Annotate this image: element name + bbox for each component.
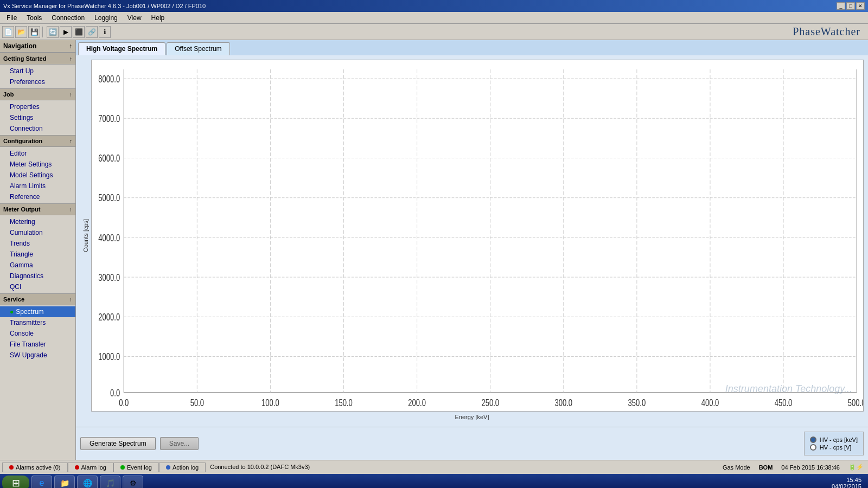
taskbar-settings[interactable]: ⚙: [123, 476, 143, 488]
menubar: File Tools Connection Logging View Help: [0, 12, 868, 24]
nav-gamma[interactable]: Gamma: [0, 260, 75, 271]
section-service-label: Service: [3, 296, 24, 303]
svg-text:450.0: 450.0: [775, 397, 793, 408]
taskbar-folder[interactable]: 📁: [54, 476, 75, 488]
svg-text:250.0: 250.0: [481, 397, 499, 408]
nav-metering[interactable]: Metering: [0, 216, 75, 227]
toolbar-connect[interactable]: 🔗: [86, 26, 98, 38]
nav-cumulation[interactable]: Cumulation: [0, 227, 75, 238]
section-meter-output-label: Meter Output: [3, 206, 40, 213]
nav-transmitters[interactable]: Transmitters: [0, 317, 75, 328]
menu-help[interactable]: Help: [147, 13, 169, 23]
alarm-log-tab[interactable]: Alarm log: [68, 463, 113, 472]
taskbar-media[interactable]: 🎵: [100, 476, 120, 488]
section-meter-output[interactable]: Meter Output ↑: [0, 203, 75, 215]
taskbar-ie[interactable]: e: [31, 476, 52, 488]
titlebar-controls: _ □ ✕: [837, 2, 865, 10]
legend-label-1: HV - cps [keV]: [820, 436, 858, 443]
statusbar-left: Alarms active (0) Alarm log Event log Ac…: [0, 463, 718, 472]
legend-radio-1[interactable]: [810, 436, 816, 443]
nav-meter-settings[interactable]: Meter Settings: [0, 159, 75, 170]
section-meter-output-collapse[interactable]: ↑: [69, 207, 72, 213]
svg-text:4000.0: 4000.0: [98, 232, 120, 243]
taskbar-time: 15:45 04/02/2015: [832, 477, 866, 488]
toolbar-new[interactable]: 📄: [2, 26, 14, 38]
toolbar-refresh[interactable]: 🔄: [47, 26, 59, 38]
nav-triangle[interactable]: Triangle: [0, 249, 75, 260]
menu-tools[interactable]: Tools: [22, 13, 46, 23]
section-configuration-collapse[interactable]: ↑: [69, 138, 72, 144]
save-button[interactable]: Save...: [160, 437, 199, 450]
toolbar-save[interactable]: 💾: [28, 26, 40, 38]
alarm-log-dot: [75, 465, 79, 470]
legend-radio-2[interactable]: [810, 444, 816, 451]
menu-logging[interactable]: Logging: [90, 13, 122, 23]
section-service-collapse[interactable]: ↑: [69, 297, 72, 303]
section-configuration[interactable]: Configuration ↑: [0, 135, 75, 147]
svg-text:8000.0: 8000.0: [98, 73, 120, 84]
toolbar-info[interactable]: ℹ: [99, 26, 111, 38]
svg-text:400.0: 400.0: [701, 397, 719, 408]
nav-startup[interactable]: Start Up: [0, 66, 75, 76]
taskbar: ⊞ e 📁 🌐 🎵 ⚙ 15:45 04/02/2015: [0, 474, 868, 488]
chart-area[interactable]: 8000.0 7000.0 6000.0 5000.0 4000.0 3000.…: [91, 60, 864, 412]
getting-started-items: Start Up Preferences: [0, 65, 75, 88]
toolbar-open[interactable]: 📂: [15, 26, 27, 38]
generate-spectrum-button[interactable]: Generate Spectrum: [80, 437, 156, 450]
configuration-items: Editor Meter Settings Model Settings Ala…: [0, 147, 75, 203]
job-items: Properties Settings Connection: [0, 100, 75, 135]
nav-settings[interactable]: Settings: [0, 112, 75, 123]
nav-diagnostics[interactable]: Diagnostics: [0, 271, 75, 281]
toolbar-stop[interactable]: ⬛: [73, 26, 85, 38]
nav-connection[interactable]: Connection: [0, 123, 75, 134]
svg-text:150.0: 150.0: [335, 397, 353, 408]
toolbar: 📄 📂 💾 🔄 ▶ ⬛ 🔗 ℹ PhaseWatcher: [0, 24, 868, 40]
nav-spectrum[interactable]: ●Spectrum: [0, 306, 75, 317]
nav-preferences[interactable]: Preferences: [0, 76, 75, 87]
nav-properties[interactable]: Properties: [0, 101, 75, 112]
svg-text:3000.0: 3000.0: [98, 272, 120, 283]
section-getting-started-collapse[interactable]: ↑: [69, 56, 72, 62]
section-job[interactable]: Job ↑: [0, 88, 75, 100]
taskbar-browser-2[interactable]: 🌐: [77, 476, 98, 488]
section-job-collapse[interactable]: ↑: [69, 92, 72, 98]
alarms-tab[interactable]: Alarms active (0): [2, 463, 68, 472]
tab-high-voltage-spectrum[interactable]: High Voltage Spectrum: [78, 42, 165, 55]
nav-console[interactable]: Console: [0, 328, 75, 339]
statusbar-right: Gas Mode BOM 04 Feb 2015 16:38:46 🔋⚡: [718, 464, 868, 471]
svg-text:2000.0: 2000.0: [98, 311, 120, 323]
action-log-label: Action log: [173, 464, 199, 471]
svg-text:0.0: 0.0: [119, 397, 129, 408]
nav-reference[interactable]: Reference: [0, 191, 75, 202]
menu-connection[interactable]: Connection: [47, 13, 89, 23]
bottom-panel: Generate Spectrum Save... HV - cps [keV]…: [76, 427, 868, 460]
nav-model-settings[interactable]: Model Settings: [0, 170, 75, 181]
event-log-tab[interactable]: Event log: [113, 463, 159, 472]
toolbar-play[interactable]: ▶: [60, 26, 72, 38]
section-getting-started-label: Getting Started: [3, 55, 46, 62]
menu-view[interactable]: View: [123, 13, 146, 23]
navigation-header-label: Navigation: [3, 42, 36, 50]
nav-editor[interactable]: Editor: [0, 148, 75, 159]
svg-text:200.0: 200.0: [408, 397, 426, 408]
nav-sw-upgrade[interactable]: SW Upgrade: [0, 350, 75, 361]
meter-output-items: Metering Cumulation Trends Triangle Gamm…: [0, 215, 75, 293]
section-getting-started[interactable]: Getting Started ↑: [0, 53, 75, 65]
close-button[interactable]: ✕: [856, 2, 865, 10]
nav-trends[interactable]: Trends: [0, 238, 75, 249]
section-service[interactable]: Service ↑: [0, 293, 75, 305]
navigation-collapse-btn[interactable]: ↑: [69, 42, 72, 50]
tab-offset-spectrum[interactable]: Offset Spectrum: [167, 42, 229, 55]
svg-text:6000.0: 6000.0: [98, 152, 120, 164]
start-button[interactable]: ⊞: [2, 476, 29, 488]
menu-file[interactable]: File: [2, 13, 21, 23]
chart-svg: 8000.0 7000.0 6000.0 5000.0 4000.0 3000.…: [92, 60, 863, 411]
nav-file-transfer[interactable]: File Transfer: [0, 339, 75, 350]
action-log-tab[interactable]: Action log: [159, 463, 206, 472]
x-axis-label: Energy [keV]: [80, 412, 864, 422]
nav-alarm-limits[interactable]: Alarm Limits: [0, 181, 75, 191]
minimize-button[interactable]: _: [837, 2, 845, 10]
maximize-button[interactable]: □: [846, 2, 855, 10]
nav-qci[interactable]: QCI: [0, 281, 75, 292]
navigation-header[interactable]: Navigation ↑: [0, 40, 75, 53]
